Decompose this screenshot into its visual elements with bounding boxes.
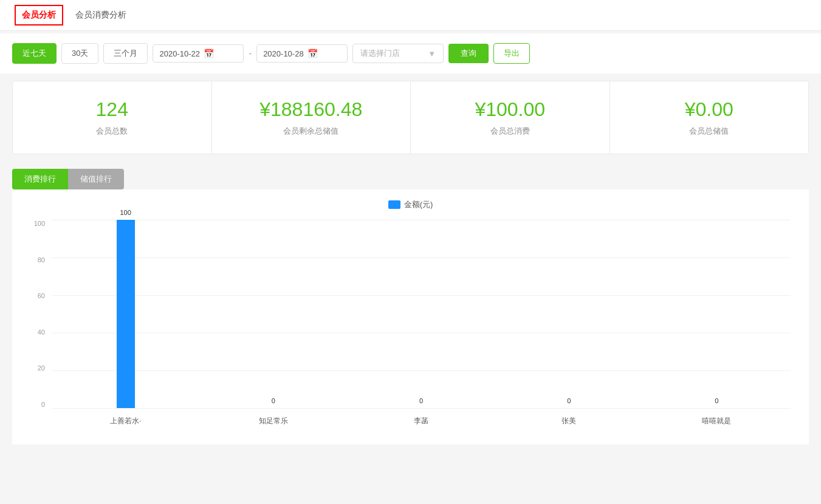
x-label: 上善若水· xyxy=(52,416,199,426)
x-label: 知足常乐 xyxy=(199,416,347,426)
toolbar: 近七天 30天 三个月 2020-10-22 📅 - 2020-10-28 📅 … xyxy=(0,33,821,73)
y-label: 100 xyxy=(34,220,45,227)
date-start-value: 2020-10-22 xyxy=(159,49,200,58)
store-placeholder: 请选择门店 xyxy=(360,48,400,59)
bar-value-label: 0 xyxy=(715,397,718,404)
chart-wrapper: 100806040200 1000000 上善若水·知足常乐李菡张美嘻嘻就是 xyxy=(24,220,797,426)
chart-legend: 金额(元) xyxy=(24,199,797,210)
stat-total-stored-label: 会员总储值 xyxy=(622,126,797,137)
stat-total-members-label: 会员总数 xyxy=(25,126,199,137)
bar-value-label: 0 xyxy=(567,397,571,404)
btn-3months[interactable]: 三个月 xyxy=(103,43,148,64)
stat-total-stored-value: ¥0.00 xyxy=(622,98,797,121)
stat-remaining-stored-label: 会员剩余总储值 xyxy=(224,126,399,137)
x-axis-labels: 上善若水·知足常乐李菡张美嘻嘻就是 xyxy=(52,416,791,426)
date-end-value: 2020-10-28 xyxy=(263,49,304,58)
ranking-bar: 消费排行 储值排行 xyxy=(0,162,821,189)
tab-member-analysis[interactable]: 会员分析 xyxy=(15,5,63,26)
btn-consumption-rank[interactable]: 消费排行 xyxy=(12,169,68,189)
query-button[interactable]: 查询 xyxy=(448,44,489,63)
y-label: 80 xyxy=(38,256,45,264)
store-select[interactable]: 请选择门店 ▼ xyxy=(352,44,444,63)
stat-total-members: 124 会员总数 xyxy=(13,81,212,154)
y-label: 40 xyxy=(38,329,45,336)
y-axis-labels: 100806040200 xyxy=(24,220,49,408)
bar-rect xyxy=(117,220,135,408)
stat-total-consumption-value: ¥100.00 xyxy=(423,98,597,121)
btn-30days[interactable]: 30天 xyxy=(61,43,98,64)
y-label: 20 xyxy=(38,364,45,372)
stat-total-consumption-label: 会员总消费 xyxy=(423,126,597,137)
calendar-start-icon: 📅 xyxy=(204,49,214,58)
date-end-input[interactable]: 2020-10-28 📅 xyxy=(256,44,348,63)
tab-member-consumption[interactable]: 会员消费分析 xyxy=(66,1,136,29)
chart-area: 金额(元) 100806040200 1000000 上善若水·知足常乐李菡张美… xyxy=(12,189,809,444)
chevron-down-icon: ▼ xyxy=(428,49,436,58)
bar-value-label: 0 xyxy=(272,397,275,404)
stat-remaining-stored: ¥188160.48 会员剩余总储值 xyxy=(212,81,411,154)
tabs-bar: 会员分析 会员消费分析 xyxy=(0,0,821,31)
date-separator: - xyxy=(249,49,252,58)
btn-stored-rank[interactable]: 储值排行 xyxy=(68,169,124,189)
chart-inner: 1000000 xyxy=(52,220,791,408)
stat-remaining-stored-value: ¥188160.48 xyxy=(224,98,399,121)
bars-container: 1000000 xyxy=(52,220,791,408)
y-label: 0 xyxy=(41,401,45,408)
x-label: 李菡 xyxy=(347,416,495,426)
export-button[interactable]: 导出 xyxy=(493,43,530,64)
x-label: 嘻嘻就是 xyxy=(643,416,791,426)
page-container: 会员分析 会员消费分析 近七天 30天 三个月 2020-10-22 📅 - 2… xyxy=(0,0,821,504)
btn-7days[interactable]: 近七天 xyxy=(12,43,57,64)
date-start-input[interactable]: 2020-10-22 📅 xyxy=(153,44,244,63)
y-label: 60 xyxy=(38,292,45,299)
grid-line xyxy=(52,408,791,409)
legend-color-block xyxy=(388,200,400,209)
bar-value-label: 100 xyxy=(120,209,131,216)
calendar-end-icon: 📅 xyxy=(307,49,318,58)
x-label: 张美 xyxy=(495,416,643,426)
bar-value-label: 0 xyxy=(419,397,423,404)
bar-group: 100 xyxy=(52,220,199,408)
stat-total-consumption: ¥100.00 会员总消费 xyxy=(411,81,610,154)
stat-total-stored: ¥0.00 会员总储值 xyxy=(610,81,809,154)
stats-card: 124 会员总数 ¥188160.48 会员剩余总储值 ¥100.00 会员总消… xyxy=(12,81,809,154)
stat-total-members-value: 124 xyxy=(25,98,199,121)
legend-label: 金额(元) xyxy=(404,199,433,210)
